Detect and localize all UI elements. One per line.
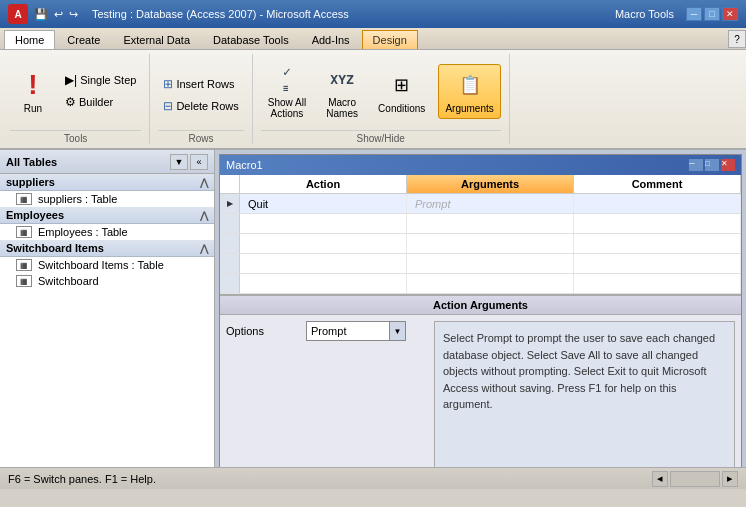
action-args-title: Action Arguments — [220, 296, 741, 315]
tab-home[interactable]: Home — [4, 30, 55, 49]
macro-cell-empty[interactable] — [240, 214, 407, 233]
single-step-button[interactable]: ▶| Single Step — [60, 70, 141, 90]
nav-group-switchboard-expand: ⋀ — [200, 243, 208, 254]
delete-rows-button[interactable]: ⊟ Delete Rows — [158, 96, 243, 116]
macro-row-indicator — [220, 194, 240, 213]
macro-table-area: Action Arguments Comment Quit Promp — [220, 175, 741, 294]
nav-item-suppliers-table[interactable]: ▦ suppliers : Table — [0, 191, 214, 207]
rows-group-label: Rows — [158, 130, 243, 144]
undo-icon[interactable]: ↩ — [54, 8, 63, 21]
ribbon: ! Run ▶| Single Step ⚙ Builder Tools — [0, 50, 746, 150]
macro-title-text: Macro1 — [226, 159, 263, 171]
show-hide-group-label: Show/Hide — [261, 130, 501, 144]
nav-group-switchboard[interactable]: Switchboard Items ⋀ — [0, 240, 214, 257]
maximize-button[interactable]: □ — [704, 7, 720, 21]
nav-group-suppliers[interactable]: suppliers ⋀ — [0, 174, 214, 191]
nav-pane-header: All Tables ▼ « — [0, 150, 214, 174]
nav-item-switchboard-items-table[interactable]: ▦ Switchboard Items : Table — [0, 257, 214, 273]
macro-col-indicator — [220, 175, 240, 193]
macro-cell-arguments[interactable]: Prompt — [407, 194, 574, 213]
tab-create[interactable]: Create — [56, 30, 111, 49]
nav-filter-button[interactable]: ▼ — [170, 154, 188, 170]
table-icon-sw: ▦ — [16, 259, 32, 271]
content-area: Macro1 ─ □ ✕ Action Arguments Comment — [215, 150, 746, 467]
status-bar-btn-2[interactable]: ▸ — [722, 471, 738, 487]
status-bar: F6 = Switch panes. F1 = Help. ◂ ▸ — [0, 467, 746, 489]
nav-group-suppliers-expand: ⋀ — [200, 177, 208, 188]
run-button[interactable]: ! Run — [10, 64, 56, 119]
macro-rows-container: Quit Prompt — [220, 194, 741, 294]
insert-rows-button[interactable]: ⊞ Insert Rows — [158, 74, 243, 94]
ribbon-group-rows: ⊞ Insert Rows ⊟ Delete Rows Rows — [150, 54, 252, 144]
macro-names-icon: XYZ — [326, 63, 358, 95]
macro-row-empty-1[interactable] — [220, 214, 741, 234]
builder-button[interactable]: ⚙ Builder — [60, 92, 141, 112]
arguments-button[interactable]: 📋 Arguments — [438, 64, 500, 119]
ribbon-tabs: Home Create External Data Database Tools… — [0, 28, 746, 50]
help-button[interactable]: ? — [728, 30, 746, 48]
macro-names-button[interactable]: XYZ MacroNames — [319, 58, 365, 124]
conditions-label: Conditions — [378, 103, 425, 114]
app-icon: A — [8, 4, 28, 24]
macro-restore-button[interactable]: □ — [705, 159, 719, 171]
macro-row-empty-2[interactable] — [220, 234, 741, 254]
arg-options-label: Options — [226, 325, 306, 337]
ribbon-group-tools: ! Run ▶| Single Step ⚙ Builder Tools — [2, 54, 150, 144]
table-icon-sw2: ▦ — [16, 275, 32, 287]
options-dropdown[interactable]: Prompt ▼ — [306, 321, 406, 341]
nav-pane-title: All Tables — [6, 156, 57, 168]
macro-cell-empty[interactable] — [407, 214, 574, 233]
tab-add-ins[interactable]: Add-Ins — [301, 30, 361, 49]
macro-row-empty-4[interactable] — [220, 274, 741, 294]
close-button[interactable]: ✕ — [722, 7, 738, 21]
save-icon[interactable]: 💾 — [34, 8, 48, 21]
title-bar: A 💾 ↩ ↪ Testing : Database (Access 2007)… — [0, 0, 746, 28]
status-text: F6 = Switch panes. F1 = Help. — [8, 473, 156, 485]
macro-row-empty-3[interactable] — [220, 254, 741, 274]
table-icon: ▦ — [16, 193, 32, 205]
tab-external-data[interactable]: External Data — [112, 30, 201, 49]
conditions-icon: ⊞ — [386, 69, 418, 101]
show-all-actions-label: Show AllActions — [268, 97, 306, 119]
arguments-label: Arguments — [445, 103, 493, 114]
status-bar-spacer — [670, 471, 720, 487]
single-step-icon: ▶| — [65, 73, 77, 87]
nav-item-switchboard[interactable]: ▦ Switchboard — [0, 273, 214, 289]
redo-icon[interactable]: ↪ — [69, 8, 78, 21]
macro-col-action: Action — [240, 175, 407, 193]
macro-tools-label: Macro Tools — [615, 8, 674, 20]
macro-col-arguments: Arguments — [407, 175, 574, 193]
macro-row[interactable]: Quit Prompt — [220, 194, 741, 214]
options-dropdown-arrow[interactable]: ▼ — [389, 322, 405, 340]
table-icon-emp: ▦ — [16, 226, 32, 238]
macro-minimize-button[interactable]: ─ — [689, 159, 703, 171]
nav-item-employees-table[interactable]: ▦ Employees : Table — [0, 224, 214, 240]
macro-cell-comment[interactable] — [574, 194, 741, 213]
nav-pane: All Tables ▼ « suppliers ⋀ ▦ suppliers :… — [0, 150, 215, 467]
macro-col-comment: Comment — [574, 175, 741, 193]
nav-collapse-button[interactable]: « — [190, 154, 208, 170]
tab-database-tools[interactable]: Database Tools — [202, 30, 300, 49]
arg-row-options: Options Prompt ▼ — [226, 321, 426, 341]
delete-rows-icon: ⊟ — [163, 99, 173, 113]
title-text: Testing : Database (Access 2007) - Micro… — [92, 8, 349, 20]
run-icon: ! — [17, 69, 49, 101]
macro-window: Macro1 ─ □ ✕ Action Arguments Comment — [219, 154, 742, 467]
main-area: All Tables ▼ « suppliers ⋀ ▦ suppliers :… — [0, 150, 746, 489]
status-bar-btn-1[interactable]: ◂ — [652, 471, 668, 487]
minimize-button[interactable]: ─ — [686, 7, 702, 21]
macro-row-indicator-empty — [220, 214, 240, 233]
nav-group-employees[interactable]: Employees ⋀ — [0, 207, 214, 224]
macro-table-header: Action Arguments Comment — [220, 175, 741, 194]
builder-icon: ⚙ — [65, 95, 76, 109]
macro-cell-action[interactable]: Quit — [240, 194, 407, 213]
macro-close-button[interactable]: ✕ — [721, 159, 735, 171]
macro-cell-empty[interactable] — [574, 214, 741, 233]
tools-group-label: Tools — [10, 130, 141, 144]
conditions-button[interactable]: ⊞ Conditions — [371, 64, 432, 119]
tab-design[interactable]: Design — [362, 30, 418, 49]
action-args-help-text: Select Prompt to prompt the user to save… — [434, 321, 735, 467]
macro-window-title: Macro1 ─ □ ✕ — [220, 155, 741, 175]
show-all-actions-icon: ✓≡ — [271, 63, 303, 95]
show-all-actions-button[interactable]: ✓≡ Show AllActions — [261, 58, 313, 124]
